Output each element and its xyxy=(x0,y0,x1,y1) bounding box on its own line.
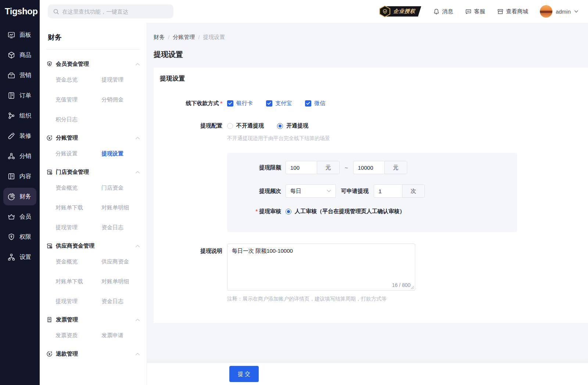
section-member-funds: 会员资金管理 资金总览 提现管理 充值管理 分销佣金 积分日志 xyxy=(46,61,140,123)
sidebar-item-decoration[interactable]: 装修 xyxy=(3,127,36,145)
min-limit-group: 元 xyxy=(286,161,340,174)
submenu-item[interactable]: 对账单明细 xyxy=(101,277,140,285)
submenu-item[interactable]: 提现管理 xyxy=(55,223,101,231)
sidebar-item-members[interactable]: 会员 xyxy=(3,208,36,226)
breadcrumb-item[interactable]: 财务 xyxy=(154,34,165,41)
sidebar-item-orders[interactable]: 订单 xyxy=(3,87,36,104)
submenu-item[interactable]: 资金日志 xyxy=(101,297,140,305)
messages-button[interactable]: 消息 xyxy=(433,8,453,15)
customer-service-button[interactable]: 客服 xyxy=(465,8,485,15)
sidebar-item-settings[interactable]: 设置 xyxy=(3,248,36,266)
submenu-item[interactable]: 积分日志 xyxy=(55,115,101,123)
withdraw-rules-panel: 提现限额 元 ~ 元 xyxy=(227,153,517,232)
invoice-icon xyxy=(46,317,53,323)
sidebar-item-content[interactable]: 内容 xyxy=(3,168,36,185)
max-limit-input[interactable] xyxy=(354,161,384,174)
sidebar-item-finance[interactable]: 财务 xyxy=(3,188,36,205)
section-items: 资金概览 供应商资金 对账单下载 对账单明细 提现管理 资金日志 xyxy=(46,258,140,305)
submenu-item[interactable]: 发票申请 xyxy=(101,331,140,339)
chevron-up-icon xyxy=(135,245,140,248)
submit-button[interactable]: 提 交 xyxy=(229,366,259,382)
refund-yen-icon xyxy=(46,351,53,357)
section-header-refund[interactable]: 退款管理 xyxy=(46,350,140,357)
primary-nav: 面板 商品 营销 订单 组织 装修 xyxy=(0,23,40,266)
chevron-up-icon xyxy=(135,137,140,140)
body-row: 财务 会员资金管理 资金总览 提现管理 充值管理 分销佣金 积分日志 xyxy=(40,23,588,385)
members-crown-icon xyxy=(7,213,15,221)
brand-logo[interactable]: Tigshop xyxy=(0,0,40,23)
resize-handle[interactable] xyxy=(410,286,414,289)
submenu-item[interactable]: 资金总览 xyxy=(55,76,101,84)
payment-methods-options: 银行卡 支付宝 微信 xyxy=(227,100,325,107)
view-store-button[interactable]: 查看商城 xyxy=(497,8,528,15)
submenu-item[interactable]: 资金日志 xyxy=(101,223,140,231)
breadcrumb-item[interactable]: 分账管理 xyxy=(173,34,195,41)
description-label: 提现说明 xyxy=(160,244,222,255)
organization-icon xyxy=(7,112,15,120)
chevron-up-icon xyxy=(135,63,140,66)
withdraw-settings-form: 线下收款方式 * 银行卡 支付宝 xyxy=(160,100,588,302)
min-limit-input[interactable] xyxy=(286,161,317,174)
distribution-icon xyxy=(7,152,15,160)
chat-bubble-icon xyxy=(465,8,472,15)
card-title: 提现设置 xyxy=(160,74,588,83)
submit-bar: 提 交 xyxy=(147,363,588,385)
section-split-account: 分账管理 分账设置 提现设置 xyxy=(46,134,140,158)
submenu-item[interactable]: 充值管理 xyxy=(55,96,101,104)
description-control: 每日一次 限额100-10000 16 / 800 xyxy=(227,244,415,291)
sidebar-item-products[interactable]: 商品 xyxy=(3,46,36,64)
sidebar-item-dashboard[interactable]: 面板 xyxy=(3,26,36,44)
settings-card: 提现设置 线下收款方式 * 银行卡 xyxy=(154,68,588,323)
sidebar-item-marketing[interactable]: 营销 xyxy=(3,66,36,84)
submenu-item[interactable]: 提现管理 xyxy=(55,297,101,305)
frequency-row: 提现频次 每日 可申请提现 次 xyxy=(227,184,517,198)
description-textarea[interactable]: 每日一次 限额100-10000 xyxy=(227,244,415,290)
chevron-up-icon xyxy=(135,353,140,356)
required-asterisk: * xyxy=(255,208,257,214)
frequency-select[interactable]: 每日 xyxy=(286,184,336,198)
breadcrumb-separator: / xyxy=(168,34,169,40)
submenu-item[interactable]: 对账单下载 xyxy=(55,277,101,285)
submenu-item[interactable]: 分账设置 xyxy=(55,150,101,158)
search-input[interactable] xyxy=(62,8,168,15)
submenu-title: 财务 xyxy=(46,23,140,50)
decoration-icon xyxy=(7,132,15,140)
submenu-item[interactable]: 分销佣金 xyxy=(101,96,140,104)
review-label: * 提现审核 xyxy=(227,208,281,215)
submenu-item[interactable]: 对账单明细 xyxy=(101,204,140,212)
storefront-icon xyxy=(497,8,504,15)
checkbox-wechat[interactable]: 微信 xyxy=(305,100,325,107)
radio-withdraw-on[interactable]: 开通提现 xyxy=(277,122,308,129)
withdraw-config-options: 不开通提现 开通提现 xyxy=(227,122,308,129)
submenu-item[interactable]: 资金概览 xyxy=(55,258,101,266)
radio-unselected-icon xyxy=(227,123,233,129)
section-header-invoice[interactable]: 发票管理 xyxy=(46,316,140,323)
user-menu[interactable]: admin xyxy=(540,5,578,18)
section-header-split-account[interactable]: 分账管理 xyxy=(46,134,140,141)
submenu-item[interactable]: 供应商资金 xyxy=(101,258,140,266)
orders-icon xyxy=(7,91,15,100)
checkbox-alipay[interactable]: 支付宝 xyxy=(266,100,292,107)
section-header-supplier-funds[interactable]: 供应商资金管理 xyxy=(46,242,140,249)
apply-count-input[interactable] xyxy=(374,185,402,197)
submenu-item-active[interactable]: 提现设置 xyxy=(101,150,140,158)
sidebar-item-permissions[interactable]: 权限 xyxy=(3,228,36,246)
radio-withdraw-off[interactable]: 不开通提现 xyxy=(227,122,264,129)
radio-manual-review[interactable]: 人工审核（平台在提现管理页人工确认审核） xyxy=(286,208,405,215)
content-icon xyxy=(7,172,15,180)
submenu-item[interactable]: 提现管理 xyxy=(101,76,140,84)
section-header-member-funds[interactable]: 会员资金管理 xyxy=(46,61,140,68)
submenu-item[interactable]: 发票资质 xyxy=(55,331,101,339)
description-note: 注释：展示在商户添加账户的详情页，建议填写结算周期，打款方式等 xyxy=(227,296,588,302)
sidebar-item-distribution[interactable]: 分销 xyxy=(3,147,36,165)
checkbox-bank-card[interactable]: 银行卡 xyxy=(227,100,253,107)
submenu-item[interactable]: 资金概览 xyxy=(55,184,101,192)
description-row: 提现说明 每日一次 限额100-10000 16 / 800 xyxy=(160,244,588,291)
supplier-store-icon xyxy=(46,243,53,249)
sidebar-item-organization[interactable]: 组织 xyxy=(3,107,36,125)
app: Tigshop 面板 商品 营销 订单 组织 xyxy=(0,0,588,385)
submenu-item[interactable]: 门店资金 xyxy=(101,184,140,192)
enterprise-license-badge[interactable]: 企业授权 xyxy=(379,5,421,18)
submenu-item[interactable]: 对账单下载 xyxy=(55,204,101,212)
section-header-store-funds[interactable]: 门店资金管理 xyxy=(46,169,140,176)
